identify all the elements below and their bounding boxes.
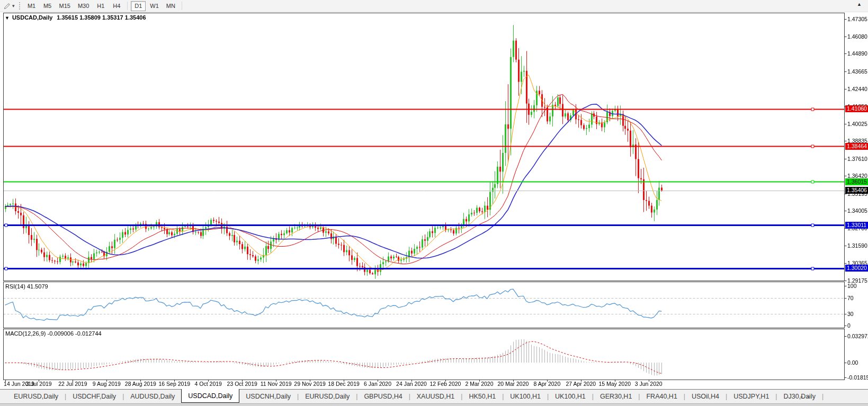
date-axis-label: 8 Apr 2020 [533,381,560,387]
timeframe-button-m5[interactable]: M5 [40,1,55,11]
date-axis-label: 28 Aug 2019 [125,381,156,387]
date-axis-label: 24 Jan 2020 [396,381,427,387]
tool-dropdown-caret[interactable]: ▾ [12,3,15,8]
date-axis-label: 15 May 2020 [598,381,631,387]
date-axis-label: 22 Jul 2019 [58,381,87,387]
date-axis-label: 2 Mar 2020 [465,381,493,387]
date-axis-label: 3 Jul 2019 [26,381,51,387]
timeframe-button-mn[interactable]: MN [163,1,178,11]
chart-tab-usdcnh-daily[interactable]: USDCNH,Daily [239,391,297,402]
chart-tab-usoil-h4[interactable]: USOil,H4 [685,391,726,402]
hline-price-badge: 1.33011 [845,222,868,229]
tab-scroll-right-icon[interactable]: ▸ [808,394,815,399]
toolbar-scroll-up-icon[interactable]: ▲ [857,2,862,7]
chart-tab-audusd-daily[interactable]: AUDUSD,Daily [124,391,181,402]
date-axis-label: 20 Mar 2020 [497,381,529,387]
chart-tab-eurusd-daily[interactable]: EURUSD,Daily [299,391,356,402]
chart-tabs-group: EURUSD,Daily|USDCHF,Daily|AUDUSD,DailyUS… [7,390,824,403]
toolbar-separator [182,2,182,10]
chart-tab-usdjpy-h1[interactable]: USDJPY,H1 [727,391,775,402]
timeframe-toolbar: ▾ M1M5M15M30H1H4D1W1MN ▲ [0,0,868,12]
price-axis-tick: 1.42440 [847,86,867,92]
date-axis-label: 11 Nov 2019 [261,381,292,387]
date-axis-label: 27 Apr 2020 [566,381,596,387]
chart-tab-fra40-h1[interactable]: FRA40,H1 [640,391,683,402]
timeframe-button-m15[interactable]: M15 [56,1,74,11]
hline-price-badge: 1.30020 [845,265,868,272]
chart-title: ▼USDCAD,Daily1.35615 1.35809 1.35317 1.3… [5,14,146,21]
timeframe-button-h4[interactable]: H4 [109,1,124,11]
chart-tab-ger30-h1[interactable]: GER30,H1 [594,391,638,402]
chart-tab-hk50-h1[interactable]: HK50,H1 [462,391,502,402]
chart-tab-gbpusd-h4[interactable]: GBPUSD,H4 [357,391,408,402]
date-axis-label: 9 Aug 2019 [93,381,121,387]
price-axis-tick: 1.40025 [847,121,867,127]
date-axis-label: 3 Jun 2020 [635,381,663,387]
rsi-indicator-label: RSI(14) 41.5079 [5,283,48,290]
hline-price-badge: 1.41060 [845,105,868,112]
tab-separator: | [822,393,824,400]
price-axis-tick: 1.47305 [847,16,867,22]
toolbar-separator [127,2,128,10]
tab-scroll-arrows: ◂▸ [800,394,815,399]
date-axis-label: 16 Sep 2019 [159,381,191,387]
price-chart-canvas[interactable] [0,12,868,383]
timeframe-button-m30[interactable]: M30 [75,1,92,11]
chart-tab-dj30-daily[interactable]: DJ30,Daily [777,391,821,402]
chart-tab-usdchf-daily[interactable]: USDCHF,Daily [66,391,122,402]
date-axis-label: 6 Jan 2020 [364,381,391,387]
chart-symbol-period: USDCAD,Daily [12,14,52,21]
chart-tab-usdcad-daily[interactable]: USDCAD,Daily [181,389,239,403]
current-price-badge: 1.35406 [845,187,868,194]
chart-ohlc-values: 1.35615 1.35809 1.35317 1.35406 [57,14,146,21]
pencil-icon-glyph [3,2,11,10]
collapse-icon[interactable]: ▼ [5,15,10,21]
rsi-axis-tick: 0 [847,322,851,329]
date-axis-label: 29 Nov 2019 [294,381,326,387]
timeframe-button-d1[interactable]: D1 [131,1,146,11]
tab-scroll-left-icon[interactable]: ◂ [800,394,808,399]
rsi-axis-tick: 30 [847,311,854,317]
chart-tab-uk100-h1[interactable]: UK100,H1 [504,391,547,402]
timeframe-buttons-group: M1M5M15M30H1H4D1W1MN [24,1,185,11]
chart-tab-uk100-h1[interactable]: UK100,H1 [549,391,592,402]
toolbar-grip [19,2,21,10]
chart-tab-xauusd-h1[interactable]: XAUUSD,H1 [410,391,461,402]
date-axis-label: 23 Oct 2019 [227,381,257,387]
macd-axis-tick: 0.00 [847,359,858,366]
price-axis-tick: 1.34005 [847,207,867,214]
timeframe-button-m1[interactable]: M1 [24,1,39,11]
status-strip [0,403,868,406]
rsi-axis-tick: 70 [847,295,854,301]
macd-axis-tick: -0.018154 [847,374,868,381]
date-axis-label: 4 Oct 2019 [195,381,222,387]
timeframe-button-h1[interactable]: H1 [93,1,108,11]
chart-tab-bar: EURUSD,Daily|USDCHF,Daily|AUDUSD,DailyUS… [0,389,868,403]
price-axis-tick: 1.43665 [847,68,867,75]
chart-tool-icon[interactable] [2,1,12,11]
rsi-axis-tick: 100 [847,283,857,289]
macd-indicator-label: MACD(12,26,9) -0.009006 -0.012744 [5,330,102,337]
mt4-window: ▾ M1M5M15M30H1H4D1W1MN ▲ ▼USDCAD,Daily1.… [0,0,868,406]
hline-price-badge: 1.36015 [845,178,868,185]
timeframe-button-w1[interactable]: W1 [147,1,162,11]
hline-price-badge: 1.38464 [845,143,868,150]
price-axis-tick: 1.46080 [847,33,867,40]
date-axis-label: 12 Feb 2020 [429,381,461,387]
price-axis-tick: 1.31590 [847,242,867,249]
macd-axis-tick: 0.032972 [847,333,868,339]
chart-tab-eurusd-daily[interactable]: EURUSD,Daily [7,391,65,402]
date-axis-label: 18 Dec 2019 [328,381,360,387]
price-axis-tick: 1.44890 [847,50,867,57]
price-axis-tick: 1.37610 [847,156,867,162]
